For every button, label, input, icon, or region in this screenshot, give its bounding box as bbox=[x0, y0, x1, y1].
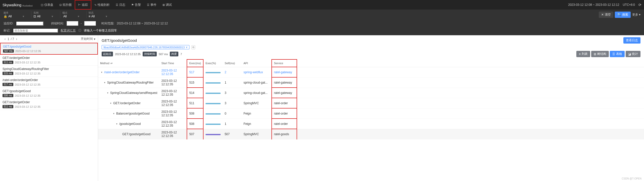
tag-label: 标记: bbox=[4, 28, 10, 33]
span-api: SpringMVC bbox=[242, 129, 272, 139]
nav-事件[interactable]: ☰事件 bbox=[144, 0, 159, 10]
span-method: /goods/getGood bbox=[119, 122, 141, 126]
toggle-icon[interactable]: ▾ bbox=[103, 81, 106, 84]
trace-item[interactable]: GET:/order/getOrder511 ms2023-03-12 12:1… bbox=[0, 55, 98, 66]
span-exec: 514 bbox=[187, 88, 203, 98]
span-method: Balancer/goods/getGood bbox=[116, 112, 150, 115]
toggle-icon[interactable]: ▾ bbox=[109, 102, 112, 104]
span-row[interactable]: ▾SpringCloudGateway/RoutingFilter2023-03… bbox=[98, 77, 644, 88]
filter-实例[interactable]: 实例⊡ All▾ bbox=[33, 11, 53, 18]
traceid-input[interactable] bbox=[16, 21, 44, 26]
nav-icon: ∿ bbox=[94, 3, 97, 7]
span-execp bbox=[203, 129, 223, 139]
trace-name: SpringCloudGateway/RoutingFilter bbox=[3, 67, 95, 71]
span-self: 0 bbox=[223, 108, 242, 119]
copy-icon[interactable]: ⧉ bbox=[191, 45, 195, 49]
toggle-icon[interactable]: ▾ bbox=[100, 71, 103, 74]
help-icon[interactable]: ⓘ bbox=[78, 28, 81, 33]
span-row[interactable]: ▾/ratel-order/order/getOrder2023-03-12 1… bbox=[98, 67, 644, 77]
span-row[interactable]: ▾GET:/order/getOrder2023-03-12 12:12:355… bbox=[98, 98, 644, 108]
trace-timestamp: 2023-03-12 12:12:35 bbox=[15, 94, 41, 97]
duration-min-input[interactable] bbox=[67, 21, 78, 26]
nav-仪表盘[interactable]: ◫仪表盘 bbox=[38, 0, 56, 10]
refresh-icon[interactable]: ⟳ bbox=[638, 3, 641, 7]
span-method: GET:/order/getOrder bbox=[113, 101, 141, 105]
trace-timestamp: 2023-03-12 12:12:35 bbox=[15, 83, 41, 86]
span-api: spring-webflux bbox=[242, 67, 272, 77]
trace-list-panel: ‹ 1 / 7 › 开始时间 ▾ GET:/goods/getGood507 m… bbox=[0, 35, 98, 181]
timezone[interactable]: UTC+8:0 bbox=[623, 3, 635, 7]
sublogo: Rocketbot bbox=[22, 5, 33, 7]
duration-label: 持续时间: bbox=[51, 21, 64, 26]
view-tree-button[interactable]: ⊞ 树结构 bbox=[591, 51, 609, 57]
nav-icon: ⊢ bbox=[78, 3, 81, 7]
span-method: SpringCloudGateway/sendRequest bbox=[110, 91, 157, 95]
timerange-label: 时间范围: bbox=[101, 21, 114, 26]
tag-input[interactable] bbox=[13, 28, 58, 33]
duration-badge: 515 ms bbox=[3, 72, 13, 75]
nav-性能剖析[interactable]: ∿性能剖析 bbox=[91, 0, 113, 10]
next-page[interactable]: › bbox=[14, 37, 19, 41]
span-exec: 508 bbox=[187, 108, 203, 119]
nav-追踪[interactable]: ⊢追踪 bbox=[75, 0, 91, 10]
filter-端点[interactable]: 端点 All▾ bbox=[62, 11, 79, 18]
swap-icon[interactable]: ⇄ bbox=[110, 62, 112, 65]
filter-状态[interactable]: 状态≡ All▾ bbox=[89, 11, 107, 18]
view-log-button[interactable]: 查看日志 bbox=[623, 37, 640, 44]
nav-icon: ⊡ bbox=[59, 3, 62, 7]
nav-拓扑图[interactable]: ⊡拓扑图 bbox=[56, 0, 75, 10]
toggle-icon[interactable]: ▾ bbox=[112, 112, 115, 115]
view-stat-button[interactable]: ◪ 统计 bbox=[626, 51, 640, 57]
trace-item[interactable]: /ratel-order/order/getOrder517 ms2023-03… bbox=[0, 77, 98, 88]
span-execp bbox=[203, 108, 223, 119]
trace-item[interactable]: SpringCloudGateway/RoutingFilter515 ms20… bbox=[0, 66, 98, 77]
duration-badge: 506 ms bbox=[3, 94, 13, 97]
duration-badge: 507 ms bbox=[3, 49, 14, 53]
trace-item[interactable]: GET:/order/getOrder511 ms2023-03-12 12:1… bbox=[0, 99, 98, 110]
prev-page[interactable]: ‹ bbox=[3, 37, 8, 41]
span-start: 2023-03-12 12:12:35 bbox=[159, 98, 187, 108]
chevron-down-icon: ▾ bbox=[78, 15, 79, 18]
span-method: GET:/goods/getGood bbox=[122, 132, 150, 136]
trace-item[interactable]: GET:/goods/getGood507 ms2023-03-12 12:12… bbox=[0, 43, 98, 55]
sort-dropdown[interactable]: 开始时间 ▾ bbox=[81, 37, 95, 41]
time-range[interactable]: 2023-03-12 12:08 ~ 2023-03-12 12:12 bbox=[568, 3, 619, 7]
traceid-select[interactable]: 9bac856dba414d9d82ea4d5c95807646.226.167… bbox=[102, 45, 189, 49]
chevron-down-icon: ▾ bbox=[23, 15, 24, 18]
span-api: Feign bbox=[242, 108, 272, 119]
view-table-button[interactable]: ☰ 表格 bbox=[610, 51, 625, 57]
span-row[interactable]: ▾/goods/getGood2023-03-12 12:12:355081Fe… bbox=[98, 119, 644, 129]
chevron-down-icon: ▾ bbox=[52, 15, 53, 18]
nav-调试[interactable]: ⊞调试 bbox=[159, 0, 175, 10]
col-exec: Exec(ms) bbox=[187, 59, 203, 67]
span-exec: 511 bbox=[187, 98, 203, 108]
toggle-icon[interactable]: ▾ bbox=[115, 123, 118, 125]
toggle-icon[interactable]: ▾ bbox=[106, 92, 109, 94]
trace-item[interactable]: GET:/goods/getGood506 ms2023-03-12 12:12… bbox=[0, 88, 98, 99]
filter-bar: 服务🔒 All▾实例⊡ All▾端点 All▾状态≡ All▾ ✕ 清空 🔍 搜… bbox=[0, 10, 644, 20]
filter-服务[interactable]: 服务🔒 All▾ bbox=[4, 11, 24, 18]
span-execp bbox=[203, 77, 223, 88]
search-button[interactable]: 🔍 搜索 bbox=[615, 12, 631, 18]
vocab-link[interactable]: 配置词汇页 bbox=[61, 28, 76, 33]
nav-日志[interactable]: ☰日志 bbox=[113, 0, 128, 10]
trace-name: GET:/order/getOrder bbox=[3, 100, 95, 104]
nav-告警[interactable]: ⚑告警 bbox=[128, 0, 144, 10]
current-page: 1 bbox=[8, 37, 9, 41]
watermark: CSDN @T-OPEN bbox=[622, 177, 642, 180]
span-start: 2023-03-12 12:12:35 bbox=[159, 88, 187, 98]
span-self: 507 bbox=[223, 129, 242, 139]
span-row[interactable]: ▾SpringCloudGateway/sendRequest2023-03-1… bbox=[98, 88, 644, 98]
more-button[interactable]: 更多 ▾ bbox=[632, 13, 640, 17]
span-start: 2023-03-12 12:12:35 bbox=[159, 129, 187, 139]
timerange-value[interactable]: 2023-03-12 12:08 ~ 2023-03-12 12:12 bbox=[117, 22, 168, 25]
clear-button[interactable]: ✕ 清空 bbox=[599, 12, 613, 18]
duration-max-input[interactable] bbox=[84, 21, 96, 26]
dur-label: 持续时间 bbox=[143, 52, 157, 56]
span-row[interactable]: ▾Balancer/goods/getGood2023-03-12 12:12:… bbox=[98, 108, 644, 119]
view-list-button[interactable]: ≡ 列表 bbox=[576, 51, 590, 57]
span-row[interactable]: GET:/goods/getGood2023-03-12 12:12:35507… bbox=[98, 129, 644, 139]
span-execp bbox=[203, 67, 223, 77]
start-value: 2023-03-12 12:12:35 bbox=[115, 53, 141, 56]
span-execp bbox=[203, 119, 223, 129]
